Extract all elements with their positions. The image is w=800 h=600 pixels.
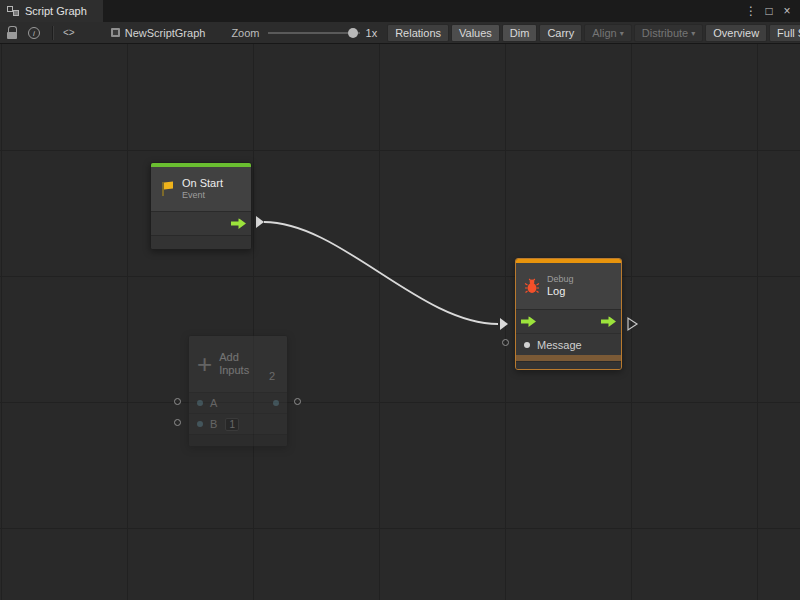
wire-end-arrow-icon	[500, 318, 508, 330]
port-b-label: B	[210, 418, 217, 430]
port-ring[interactable]	[502, 339, 509, 346]
carry-button[interactable]: Carry	[539, 24, 582, 42]
on-start-header[interactable]: On Start Event	[151, 167, 251, 211]
align-button[interactable]: Align ▾	[584, 24, 631, 42]
titlebar-spacer	[103, 0, 743, 22]
node-title: On Start	[182, 177, 223, 190]
distribute-button[interactable]: Distribute ▾	[634, 24, 703, 42]
input-row-b: B 1	[189, 413, 287, 434]
port-ring[interactable]	[294, 398, 301, 405]
window-controls: ⋮ □ ×	[743, 0, 800, 22]
align-label: Align	[592, 27, 616, 39]
close-icon[interactable]: ×	[779, 4, 795, 18]
node-add-inputs[interactable]: + Add Inputs 2 A B 1	[188, 335, 288, 447]
message-port-label: Message	[537, 339, 582, 351]
port-ring[interactable]	[174, 398, 181, 405]
node-group-label: Debug	[547, 274, 574, 285]
toolbar-buttons: Relations Values Dim Carry Align ▾ Distr…	[385, 24, 800, 42]
node-title-line1: Add	[219, 351, 249, 364]
zoom-slider-handle[interactable]	[348, 28, 358, 38]
relations-button[interactable]: Relations	[387, 24, 449, 42]
plus-icon: +	[197, 353, 212, 375]
chevron-down-icon: ▾	[620, 29, 624, 38]
script-graph-asset-icon	[111, 28, 120, 37]
chevron-down-icon: ▾	[691, 29, 695, 38]
message-row: Message	[516, 333, 621, 355]
sum-output-port[interactable]	[273, 400, 279, 406]
zoom-slider[interactable]	[268, 27, 360, 39]
node-footer	[189, 434, 287, 447]
add-inputs-header[interactable]: + Add Inputs 2	[189, 336, 287, 392]
titlebar: Script Graph ⋮ □ ×	[0, 0, 800, 22]
script-graph-icon	[7, 5, 19, 17]
port-a-input[interactable]	[197, 400, 203, 406]
message-value-port[interactable]	[524, 342, 530, 348]
zoom-label: Zoom	[231, 27, 259, 39]
wire-onstart-to-log[interactable]	[256, 216, 508, 330]
maximize-icon[interactable]: □	[761, 4, 777, 18]
node-footer	[516, 361, 621, 370]
node-on-start[interactable]: On Start Event	[150, 162, 252, 250]
output-carry-triangle-icon[interactable]	[628, 318, 637, 330]
flag-icon	[159, 181, 175, 197]
zoom-value: 1x	[366, 27, 378, 39]
overview-button[interactable]: Overview	[705, 24, 767, 42]
graph-canvas[interactable]: On Start Event	[0, 44, 800, 600]
trigger-input-port[interactable]	[521, 316, 536, 327]
trigger-output-port[interactable]	[231, 218, 246, 229]
wire-layer	[0, 44, 800, 600]
zoom-control: Zoom 1x	[231, 27, 385, 39]
port-b-input[interactable]	[197, 421, 203, 427]
distribute-label: Distribute	[642, 27, 688, 39]
zoom-slider-track[interactable]	[268, 32, 360, 34]
info-icon[interactable]: i	[28, 27, 40, 39]
toolbar-divider	[52, 26, 53, 40]
more-options-icon[interactable]: ⋮	[743, 4, 759, 18]
bug-icon	[524, 278, 540, 294]
graph-name-label: NewScriptGraph	[125, 27, 206, 39]
port-ring[interactable]	[174, 419, 181, 426]
input-count: 2	[269, 370, 275, 382]
graph-toolbar: i <> NewScriptGraph Zoom 1x Relations Va…	[0, 22, 800, 44]
port-a-label: A	[210, 397, 217, 409]
node-title-line2: Inputs	[219, 364, 249, 377]
dim-button[interactable]: Dim	[502, 24, 538, 42]
node-title: Log	[547, 285, 574, 298]
node-footer	[151, 235, 251, 250]
graph-asset-button[interactable]: NewScriptGraph	[111, 27, 206, 39]
node-debug-log[interactable]: Debug Log Message	[515, 258, 622, 370]
input-row-a: A	[189, 392, 287, 413]
node-subtitle: Event	[182, 190, 223, 201]
tab-label: Script Graph	[25, 5, 87, 17]
debug-log-header[interactable]: Debug Log	[516, 263, 621, 309]
values-button[interactable]: Values	[451, 24, 500, 42]
code-icon[interactable]: <>	[63, 27, 75, 38]
wire-start-arrow-icon	[256, 216, 264, 228]
tab-script-graph[interactable]: Script Graph	[0, 0, 103, 22]
on-start-port-row	[151, 211, 251, 235]
port-b-value-field[interactable]: 1	[225, 418, 239, 431]
trigger-output-port[interactable]	[601, 316, 616, 327]
lock-icon[interactable]	[6, 26, 18, 39]
fullscreen-button[interactable]: Full S	[769, 24, 800, 42]
debug-trigger-row	[516, 309, 621, 333]
